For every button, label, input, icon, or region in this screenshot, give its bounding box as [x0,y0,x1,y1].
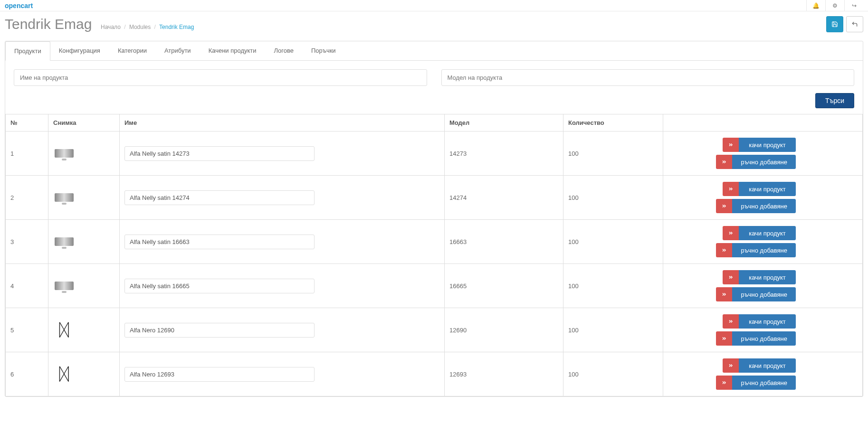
product-thumb [55,282,74,290]
cell-name [120,132,445,176]
cell-qty: 100 [563,132,663,176]
chevrons-right-icon [723,226,739,240]
cell-actions: качи продуктръчно добавяне [663,176,863,220]
cell-actions: качи продуктръчно добавяне [663,220,863,264]
col-header-model: Модел [445,114,563,132]
breadcrumb-modules[interactable]: Modules [129,24,151,30]
cell-name [120,308,445,352]
manual-label: ръчно добавяне [732,331,796,346]
page-title: Tendrik Emag [5,16,92,32]
upload-product-button[interactable]: качи продукт [723,138,796,152]
product-name-input[interactable] [124,367,315,382]
table-row: 6ᛞ12693100качи продуктръчно добавяне [6,352,863,396]
col-header-num: № [6,114,48,132]
cell-num: 4 [6,264,48,308]
upload-label: качи продукт [739,270,796,284]
manual-label: ръчно добавяне [732,243,796,257]
tab-6[interactable]: Поръчки [303,41,345,60]
cell-actions: качи продуктръчно добавяне [663,264,863,308]
table-row: 214274100качи продуктръчно добавяне [6,176,863,220]
table-row: 5ᛞ12690100качи продуктръчно добавяне [6,308,863,352]
cell-num: 2 [6,176,48,220]
product-name-input[interactable] [124,146,315,161]
tab-1[interactable]: Конфигурация [50,41,109,60]
product-thumb: ᛞ [59,366,69,383]
cell-actions: качи продуктръчно добавяне [663,132,863,176]
manual-label: ръчно добавяне [732,199,796,213]
breadcrumb-home[interactable]: Начало [101,24,121,30]
chevrons-right-icon [723,270,739,284]
manual-add-button[interactable]: ръчно добавяне [716,155,796,169]
cell-image [48,264,120,308]
product-name-input[interactable] [124,323,315,338]
cell-model: 12690 [445,308,563,352]
upload-product-button[interactable]: качи продукт [723,314,796,329]
col-header-name: Име [120,114,445,132]
back-icon [851,21,858,28]
cell-num: 3 [6,220,48,264]
chevrons-right-icon [723,138,739,152]
save-icon [831,21,838,28]
filter-name-input[interactable] [14,69,427,86]
col-header-qty: Количество [563,114,663,132]
upload-product-button[interactable]: качи продукт [723,358,796,373]
cell-model: 16663 [445,220,563,264]
cell-model: 12693 [445,352,563,396]
cell-num: 1 [6,132,48,176]
cell-num: 5 [6,308,48,352]
chevrons-right-icon [716,287,732,301]
tab-0[interactable]: Продукти [5,41,50,61]
col-header-actions [663,114,863,132]
cell-image [48,176,120,220]
save-button[interactable] [826,16,843,32]
cell-actions: качи продуктръчно добавяне [663,308,863,352]
chevrons-right-icon [716,155,732,169]
table-row: 114273100качи продуктръчно добавяне [6,132,863,176]
tab-5[interactable]: Логове [266,41,303,60]
cell-name [120,176,445,220]
cell-num: 6 [6,352,48,396]
logout-icon[interactable]: ↪ [844,0,863,11]
cell-qty: 100 [563,220,663,264]
manual-add-button[interactable]: ръчно добавяне [716,199,796,213]
upload-product-button[interactable]: качи продукт [723,270,796,284]
back-button[interactable] [846,16,863,32]
product-thumb: ᛞ [59,321,69,338]
cell-qty: 100 [563,308,663,352]
notifications-icon[interactable]: 🔔 [806,0,825,11]
tab-4[interactable]: Качени продукти [200,41,266,60]
manual-add-button[interactable]: ръчно добавяне [716,331,796,346]
filter-model-input[interactable] [441,69,855,86]
manual-label: ръчно добавяне [732,376,796,390]
product-name-input[interactable] [124,279,315,293]
upload-label: качи продукт [739,182,796,196]
tab-3[interactable]: Атрибути [156,41,200,60]
product-name-input[interactable] [124,235,315,249]
manual-add-button[interactable]: ръчно добавяне [716,243,796,257]
breadcrumb-current[interactable]: Tendrik Emag [159,24,194,30]
cell-model: 14273 [445,132,563,176]
manual-add-button[interactable]: ръчно добавяне [716,376,796,390]
cell-name [120,220,445,264]
upload-product-button[interactable]: качи продукт [723,182,796,196]
product-thumb [55,193,74,202]
cell-image [48,132,120,176]
cell-qty: 100 [563,352,663,396]
tab-2[interactable]: Категории [109,41,156,60]
manual-label: ръчно добавяне [732,155,796,169]
cell-model: 14274 [445,176,563,220]
col-header-image: Снимка [48,114,120,132]
product-name-input[interactable] [124,190,315,205]
upload-product-button[interactable]: качи продукт [723,226,796,240]
manual-add-button[interactable]: ръчно добавяне [716,287,796,301]
chevrons-right-icon [723,314,739,329]
table-row: 416665100качи продуктръчно добавяне [6,264,863,308]
cell-qty: 100 [563,176,663,220]
search-button[interactable]: Търси [815,93,854,108]
cell-image: ᛞ [48,308,120,352]
chevrons-right-icon [716,243,732,257]
settings-icon[interactable]: ⚙ [825,0,844,11]
product-thumb [55,237,74,246]
cell-name [120,264,445,308]
cell-image [48,220,120,264]
